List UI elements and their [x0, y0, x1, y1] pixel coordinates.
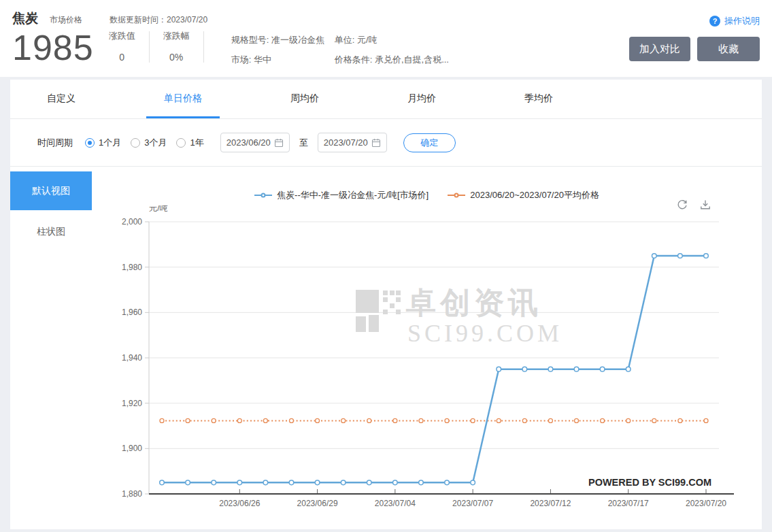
price-point: [471, 480, 475, 485]
average-point: [497, 418, 501, 422]
average-point: [548, 418, 552, 422]
confirm-button[interactable]: 确定: [403, 133, 456, 152]
price-point: [393, 480, 398, 485]
price-point: [263, 480, 268, 485]
svg-text:卓创资讯: 卓创资讯: [405, 286, 542, 319]
price-point: [678, 254, 683, 259]
chart-legend: 焦炭--华中-准一级冶金焦-元/吨[市场价]2023/06/20~2023/07…: [92, 189, 762, 201]
period-radio-option[interactable]: 1年: [176, 137, 203, 149]
x-tick-label: 2023/07/17: [608, 499, 649, 508]
price-point: [548, 367, 553, 371]
divider: [203, 31, 204, 63]
average-point: [237, 418, 241, 422]
calendar-icon: [371, 138, 381, 148]
legend-label: 焦炭--华中-准一级冶金焦-元/吨[市场价]: [277, 189, 429, 201]
x-tick-label: 2023/06/26: [219, 499, 260, 508]
period-radio-group: 1个月3个月1年: [85, 137, 214, 149]
x-tick-label: 2023/07/07: [452, 499, 493, 508]
watermark: 卓创资讯SCI99.COM: [356, 286, 563, 347]
change-value-block: 涨跌值 0: [109, 29, 135, 63]
average-point: [316, 418, 320, 422]
y-tick-label: 1,960: [122, 307, 142, 317]
y-tick-label: 2,000: [122, 217, 142, 227]
change-pct-block: 涨跌幅 0%: [163, 29, 190, 63]
view-sidebar-item[interactable]: 默认视图: [10, 171, 92, 210]
legend-item[interactable]: 2023/06/20~2023/07/20平均价格: [448, 189, 599, 201]
divider: [149, 31, 150, 63]
y-axis-unit: 元/吨: [149, 205, 168, 213]
legend-item[interactable]: 焦炭--华中-准一级冶金焦-元/吨[市场价]: [254, 189, 429, 201]
price-point: [212, 480, 216, 485]
price-point: [497, 367, 501, 371]
help-link[interactable]: ? 操作说明: [709, 15, 760, 27]
average-point: [626, 418, 631, 422]
average-point: [419, 418, 423, 422]
powered-by-text: POWERED BY SCI99.COM: [588, 477, 711, 488]
price-point: [186, 480, 190, 485]
download-icon[interactable]: [699, 199, 711, 211]
start-date-value: 2023/06/20: [226, 137, 271, 148]
average-point: [445, 418, 449, 422]
price-point: [367, 480, 371, 485]
period-radio-option[interactable]: 1个月: [85, 137, 121, 149]
radio-icon: [131, 138, 140, 148]
view-sidebar: 默认视图柱状图: [10, 167, 92, 529]
end-date-input[interactable]: 2023/07/20: [318, 133, 387, 152]
chart-area: 焦炭--华中-准一级冶金焦-元/吨[市场价]2023/06/20~2023/07…: [92, 167, 762, 529]
x-tick-label: 2023/07/20: [686, 499, 726, 508]
average-point: [160, 418, 164, 422]
radio-icon: [176, 138, 186, 148]
period-label: 时间周期: [37, 137, 73, 149]
average-point: [263, 418, 267, 422]
to-label: 至: [299, 137, 308, 149]
average-line-series[interactable]: [160, 418, 708, 422]
price-point: [160, 480, 165, 485]
x-tick-label: 2023/07/12: [530, 499, 571, 508]
x-tick-label: 2023/06/29: [297, 499, 338, 508]
radio-label: 1个月: [99, 137, 121, 149]
tab-item[interactable]: 季均价: [507, 80, 571, 118]
price-point: [626, 367, 631, 371]
average-point: [341, 418, 346, 422]
end-date-value: 2023/07/20: [324, 137, 368, 148]
average-point: [601, 418, 605, 422]
tab-item[interactable]: 月均价: [390, 80, 454, 118]
add-compare-button[interactable]: 加入对比: [629, 37, 690, 61]
help-label: 操作说明: [724, 15, 760, 27]
tab-item[interactable]: 周均价: [273, 80, 337, 118]
market-text: 市场: 华中: [231, 50, 335, 69]
condition-text: 价格条件: 承兑价,自提,含税...: [335, 50, 449, 69]
average-point: [471, 418, 475, 422]
legend-marker-icon: [254, 192, 272, 199]
y-tick-label: 1,920: [122, 399, 142, 408]
y-tick-label: 1,980: [122, 263, 142, 272]
unit-condition-block: 单位: 元/吨 价格条件: 承兑价,自提,含税...: [335, 29, 449, 69]
average-point: [367, 418, 371, 422]
average-point: [289, 418, 293, 422]
radio-icon: [85, 138, 95, 148]
update-time: 数据更新时间：2023/07/20: [110, 14, 207, 26]
y-tick-label: 1,940: [122, 353, 142, 363]
start-date-input[interactable]: 2023/06/20: [220, 133, 290, 152]
price-point: [315, 480, 320, 485]
tab-item[interactable]: 单日价格: [146, 80, 220, 118]
average-point: [212, 418, 216, 422]
price-tabs: 自定义单日价格周均价月均价季均价: [10, 80, 762, 119]
average-point: [575, 418, 579, 422]
view-sidebar-item[interactable]: 柱状图: [10, 210, 92, 254]
tab-item[interactable]: 自定义: [29, 80, 93, 118]
price-point: [600, 367, 605, 371]
refresh-icon[interactable]: [676, 199, 688, 211]
favorite-button[interactable]: 收藏: [697, 37, 760, 61]
price-point: [574, 367, 579, 371]
price-point: [704, 254, 709, 259]
average-point: [186, 418, 190, 422]
average-point: [678, 418, 682, 422]
price-line-chart[interactable]: 1,8801,9001,9201,9401,9601,9802,000元/吨卓创…: [92, 205, 762, 524]
change-pct-value: 0%: [163, 52, 190, 63]
question-icon: ?: [709, 16, 720, 27]
legend-label: 2023/06/20~2023/07/20平均价格: [470, 189, 599, 201]
change-pct-label: 涨跌幅: [163, 30, 190, 42]
period-radio-option[interactable]: 3个月: [131, 137, 167, 149]
price-point: [445, 480, 450, 485]
